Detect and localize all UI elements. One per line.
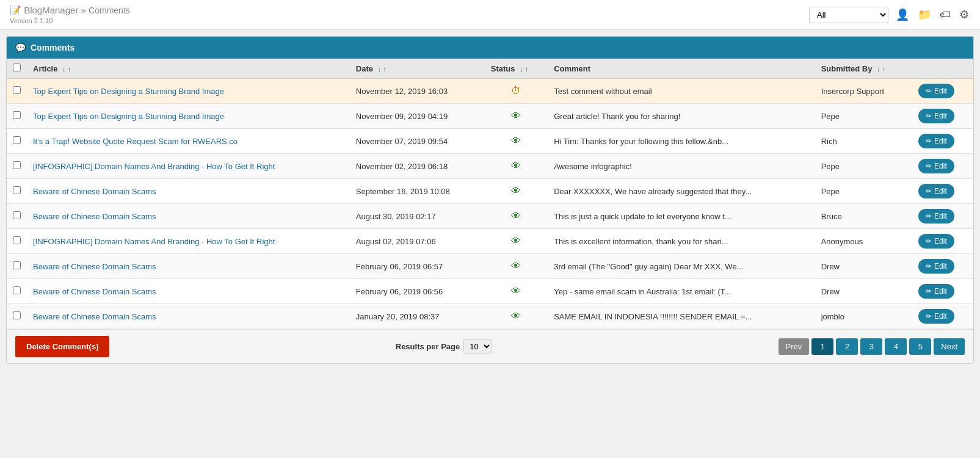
status-approved-icon: 👁 — [511, 136, 521, 146]
results-per-page-section: Results per Page 5 10 25 50 — [396, 339, 493, 354]
submitted-by-cell: Drew — [815, 279, 912, 304]
article-link[interactable]: Beware of Chinese Domain Scams — [33, 212, 156, 221]
page-1-button[interactable]: 1 — [811, 338, 833, 355]
edit-button[interactable]: ✏ Edit — [918, 159, 954, 173]
status-sort-arrows[interactable]: ↓ ↑ — [520, 65, 528, 73]
panel-header: 💬 Comments — [7, 37, 973, 59]
status-cell: 👁 — [485, 254, 548, 279]
status-cell: 👁 — [485, 104, 548, 129]
select-all-col — [7, 59, 27, 79]
article-cell: Top Expert Tips on Designing a Stunning … — [27, 79, 350, 104]
row-checkbox-cell — [7, 229, 27, 254]
row-checkbox[interactable] — [13, 161, 21, 169]
edit-icon: ✏ — [926, 162, 932, 170]
user-icon-btn[interactable]: 👤 — [895, 7, 910, 23]
action-cell: ✏ Edit — [912, 179, 973, 204]
row-checkbox[interactable] — [13, 311, 21, 319]
row-checkbox[interactable] — [13, 111, 21, 119]
action-cell: ✏ Edit — [912, 279, 973, 304]
date-col-header: Date ↓ ↑ — [350, 59, 485, 79]
date-cell: February 06, 2019 06:56 — [350, 279, 485, 304]
edit-button[interactable]: ✏ Edit — [918, 109, 954, 123]
row-checkbox[interactable] — [13, 236, 21, 244]
results-per-page-select[interactable]: 5 10 25 50 — [463, 339, 492, 354]
edit-button[interactable]: ✏ Edit — [918, 209, 954, 224]
row-checkbox[interactable] — [13, 211, 21, 219]
top-bar: 📝 BlogManager » Comments Version 2.1.10 … — [0, 0, 980, 30]
pagination: Prev 1 2 3 4 5 Next — [779, 338, 965, 355]
edit-button[interactable]: ✏ Edit — [918, 284, 954, 299]
edit-button[interactable]: ✏ Edit — [918, 259, 954, 274]
article-link[interactable]: Beware of Chinese Domain Scams — [33, 187, 156, 196]
page-3-button[interactable]: 3 — [860, 338, 882, 355]
comment-cell: Test comment without email — [548, 79, 815, 104]
page-2-button[interactable]: 2 — [836, 338, 858, 355]
results-label: Results per Page — [396, 342, 460, 351]
action-cell: ✏ Edit — [912, 129, 973, 154]
row-checkbox[interactable] — [13, 186, 21, 194]
article-link[interactable]: [INFOGRAPHIC] Domain Names And Branding … — [33, 237, 275, 246]
select-all-checkbox[interactable] — [13, 64, 21, 71]
row-checkbox-cell — [7, 204, 27, 229]
table-footer: Delete Comment(s) Results per Page 5 10 … — [7, 329, 973, 363]
comments-panel: 💬 Comments Article ↓ ↑ Date ↓ ↑ Status ↓… — [6, 36, 974, 364]
status-cell: 👁 — [485, 154, 548, 179]
filter-select[interactable]: All Approved Pending Spam — [809, 7, 888, 23]
delete-comments-button[interactable]: Delete Comment(s) — [15, 336, 109, 357]
row-checkbox-cell — [7, 254, 27, 279]
row-checkbox-cell — [7, 104, 27, 129]
action-cell: ✏ Edit — [912, 254, 973, 279]
table-row: Top Expert Tips on Designing a Stunning … — [7, 79, 973, 104]
status-approved-icon: 👁 — [511, 311, 521, 321]
row-checkbox[interactable] — [13, 136, 21, 144]
next-page-button[interactable]: Next — [934, 338, 965, 355]
page-5-button[interactable]: 5 — [909, 338, 931, 355]
edit-icon: ✏ — [926, 237, 932, 245]
prev-page-button[interactable]: Prev — [779, 338, 810, 355]
submitted-by-cell: Bruce — [815, 204, 912, 229]
article-link[interactable]: Beware of Chinese Domain Scams — [33, 312, 156, 321]
action-cell: ✏ Edit — [912, 304, 973, 329]
article-link[interactable]: Beware of Chinese Domain Scams — [33, 287, 156, 296]
submitted-by-cell: Pepe — [815, 104, 912, 129]
edit-button[interactable]: ✏ Edit — [918, 234, 954, 249]
row-checkbox[interactable] — [13, 286, 21, 294]
article-cell: Beware of Chinese Domain Scams — [27, 304, 350, 329]
submitted-sort-arrows[interactable]: ↓ ↑ — [877, 65, 885, 73]
row-checkbox[interactable] — [13, 86, 21, 94]
article-sort-arrows[interactable]: ↓ ↑ — [62, 65, 71, 73]
status-pending-icon: ⏱ — [511, 85, 521, 96]
submitted-by-cell: Anonymous — [815, 229, 912, 254]
article-cell: [INFOGRAPHIC] Domain Names And Branding … — [27, 229, 350, 254]
date-cell: November 07, 2019 09:54 — [350, 129, 485, 154]
edit-button[interactable]: ✏ Edit — [918, 184, 954, 198]
table-row: Beware of Chinese Domain Scams February … — [7, 254, 973, 279]
article-link[interactable]: It's a Trap! Website Quote Request Scam … — [33, 137, 238, 146]
page-4-button[interactable]: 4 — [885, 338, 907, 355]
table-row: Beware of Chinese Domain Scams February … — [7, 279, 973, 304]
status-cell: 👁 — [485, 129, 548, 154]
edit-icon: ✏ — [926, 287, 932, 296]
tag-icon-btn[interactable]: 🏷 — [938, 7, 952, 23]
edit-button[interactable]: ✏ Edit — [918, 309, 954, 324]
status-approved-icon: 👁 — [511, 186, 521, 196]
article-link[interactable]: Top Expert Tips on Designing a Stunning … — [33, 112, 224, 121]
date-sort-arrows[interactable]: ↓ ↑ — [378, 65, 387, 73]
article-cell: Beware of Chinese Domain Scams — [27, 204, 350, 229]
article-link[interactable]: Beware of Chinese Domain Scams — [33, 262, 156, 271]
edit-button[interactable]: ✏ Edit — [918, 84, 954, 98]
edit-icon: ✏ — [926, 262, 932, 271]
article-cell: Beware of Chinese Domain Scams — [27, 179, 350, 204]
gear-icon-btn[interactable]: ⚙ — [958, 7, 970, 23]
folder-icon-btn[interactable]: 📁 — [916, 7, 932, 23]
date-cell: August 02, 2019 07:06 — [350, 229, 485, 254]
edit-button[interactable]: ✏ Edit — [918, 134, 954, 148]
article-link[interactable]: Top Expert Tips on Designing a Stunning … — [33, 87, 224, 96]
status-approved-icon: 👁 — [511, 261, 521, 271]
row-checkbox[interactable] — [13, 261, 21, 269]
app-title: 📝 BlogManager » Comments — [10, 5, 130, 16]
edit-icon: ✏ — [926, 312, 932, 321]
article-link[interactable]: [INFOGRAPHIC] Domain Names And Branding … — [33, 162, 275, 171]
status-approved-icon: 👁 — [511, 111, 521, 121]
article-col-header: Article ↓ ↑ — [27, 59, 350, 79]
